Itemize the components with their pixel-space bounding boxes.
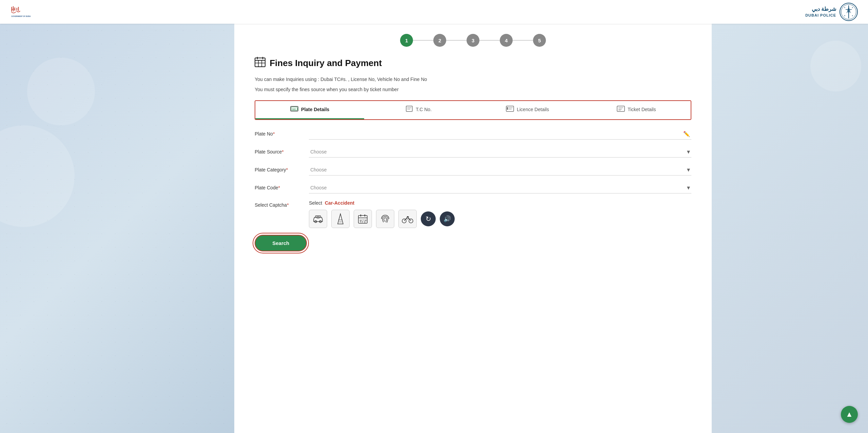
tab-ticket-details-label: Ticket Details xyxy=(628,107,656,112)
step-line-1 xyxy=(413,40,433,41)
svg-rect-32 xyxy=(507,107,508,110)
step-5[interactable]: 5 xyxy=(533,34,546,47)
svg-rect-26 xyxy=(406,106,412,111)
svg-rect-0 xyxy=(11,7,12,11)
tab-section: ABC 123 Plate Details T.C No. xyxy=(255,100,691,120)
captcha-car-btn[interactable] xyxy=(309,210,327,228)
tab-ticket-details[interactable]: Ticket Details xyxy=(582,101,691,119)
plate-code-label: Plate Code* xyxy=(255,185,309,190)
search-btn-row: Search xyxy=(255,235,691,251)
captcha-highlight: Car-Accident xyxy=(325,200,354,206)
plate-details-icon: ABC 123 xyxy=(290,106,298,114)
plate-no-input[interactable] xyxy=(309,128,691,140)
content-area: 1 2 3 4 5 xyxy=(234,24,712,433)
tab-tc-no[interactable]: T.C No. xyxy=(364,101,473,119)
page-title: Fines Inquiry and Payment xyxy=(270,58,382,68)
step-line-4 xyxy=(513,40,533,41)
plate-code-row: Plate Code* Choose A B ▾ xyxy=(255,182,691,193)
bg-right-panel xyxy=(712,24,868,433)
captcha-sound-btn[interactable]: 🔊 xyxy=(440,211,455,226)
page-title-row: Fines Inquiry and Payment xyxy=(255,57,691,69)
tab-licence-details-label: Licence Details xyxy=(517,107,549,112)
plate-category-label: Plate Category* xyxy=(255,167,309,172)
svg-text:★: ★ xyxy=(844,15,846,17)
plate-source-wrapper: Choose Dubai Abu Dhabi Sharjah ▾ xyxy=(309,146,691,158)
edit-icon: ✏️ xyxy=(683,131,690,137)
captcha-calendar-btn[interactable]: M T W T F S xyxy=(354,210,372,228)
step-1[interactable]: 1 xyxy=(400,34,413,47)
plate-no-label: Plate No* xyxy=(255,131,309,137)
plate-no-row: Plate No* ✏️ xyxy=(255,128,691,140)
step-line-3 xyxy=(479,40,500,41)
svg-text:GOVERNMENT OF DUBAI: GOVERNMENT OF DUBAI xyxy=(11,16,31,17)
main-wrapper: 1 2 3 4 5 xyxy=(0,24,868,433)
search-button[interactable]: Search xyxy=(255,235,307,251)
svg-rect-15 xyxy=(0,24,234,433)
scroll-top-icon: ▲ xyxy=(846,410,853,419)
plate-source-row: Plate Source* Choose Dubai Abu Dhabi Sha… xyxy=(255,146,691,158)
step-2[interactable]: 2 xyxy=(433,34,446,47)
tab-plate-details[interactable]: ABC 123 Plate Details xyxy=(255,101,364,119)
form-section: Plate No* ✏️ Plate Source* Choose Dubai … xyxy=(255,128,691,251)
svg-rect-16 xyxy=(255,58,265,67)
captcha-prompt: Select Car-Accident xyxy=(309,200,691,206)
page-desc-1: You can make Inquiries using : Dubai TC#… xyxy=(255,76,691,83)
ticket-details-icon xyxy=(617,106,625,114)
step-4[interactable]: 4 xyxy=(500,34,513,47)
svg-text:★: ★ xyxy=(852,15,853,17)
captcha-fingerprint-btn[interactable] xyxy=(376,210,394,228)
svg-text:T F S: T F S xyxy=(360,221,366,223)
svg-rect-33 xyxy=(617,106,625,111)
plate-source-select[interactable]: Choose Dubai Abu Dhabi Sharjah xyxy=(309,146,691,158)
captcha-bicycle-btn[interactable] xyxy=(398,210,417,228)
dubai-police-logo-container: شرطة دبي DUBAI POLICE ★ ★ ★ ★ xyxy=(805,3,858,21)
dubai-police-text: شرطة دبي DUBAI POLICE xyxy=(805,6,836,18)
plate-source-label: Plate Source* xyxy=(255,149,309,154)
plate-category-row: Plate Category* Choose Private Public ▾ xyxy=(255,164,691,176)
dubai-police-logo: ★ ★ ★ ★ xyxy=(840,3,858,21)
refresh-icon: ↻ xyxy=(426,215,431,223)
step-indicator: 1 2 3 4 5 xyxy=(255,34,691,47)
page-desc-2: You must specify the fines source when y… xyxy=(255,86,691,93)
header: GOVERNMENT OF DUBAI شرطة دبي DUBAI POLIC… xyxy=(0,0,868,24)
plate-code-wrapper: Choose A B ▾ xyxy=(309,182,691,193)
page-title-icon xyxy=(255,57,265,69)
tab-plate-details-label: Plate Details xyxy=(301,107,329,112)
step-3[interactable]: 3 xyxy=(467,34,479,47)
captcha-monument-btn[interactable] xyxy=(331,210,350,228)
svg-text:★: ★ xyxy=(852,6,853,8)
svg-rect-3 xyxy=(17,8,17,11)
captcha-label: Select Captcha* xyxy=(255,200,309,208)
gov-logo-container: GOVERNMENT OF DUBAI xyxy=(10,3,37,20)
captcha-content: Select Car-Accident xyxy=(309,200,691,228)
plate-category-select[interactable]: Choose Private Public xyxy=(309,164,691,176)
tab-tc-no-label: T.C No. xyxy=(416,107,432,112)
arabic-name: شرطة دبي xyxy=(805,6,836,13)
tab-licence-details[interactable]: Licence Details xyxy=(473,101,582,119)
svg-text:ABC 123: ABC 123 xyxy=(292,108,298,110)
scroll-top-btn[interactable]: ▲ xyxy=(841,406,858,423)
gov-logo: GOVERNMENT OF DUBAI xyxy=(10,3,37,20)
svg-text:★: ★ xyxy=(844,6,846,8)
bg-left-panel xyxy=(0,24,234,433)
plate-no-wrapper: ✏️ xyxy=(309,128,691,140)
captcha-row: Select Captcha* Select Car-Accident xyxy=(255,200,691,228)
svg-rect-4 xyxy=(18,7,19,11)
deco-circle-3 xyxy=(810,41,861,91)
svg-point-50 xyxy=(407,216,408,218)
step-line-2 xyxy=(446,40,467,41)
captcha-icons-row: M T W T F S xyxy=(309,210,691,228)
sound-icon: 🔊 xyxy=(443,215,451,223)
plate-code-select[interactable]: Choose A B xyxy=(309,182,691,193)
tc-no-icon xyxy=(406,106,413,114)
english-name: DUBAI POLICE xyxy=(805,13,836,18)
licence-details-icon xyxy=(506,106,514,114)
plate-category-wrapper: Choose Private Public ▾ xyxy=(309,164,691,176)
captcha-refresh-btn[interactable]: ↻ xyxy=(421,211,436,226)
